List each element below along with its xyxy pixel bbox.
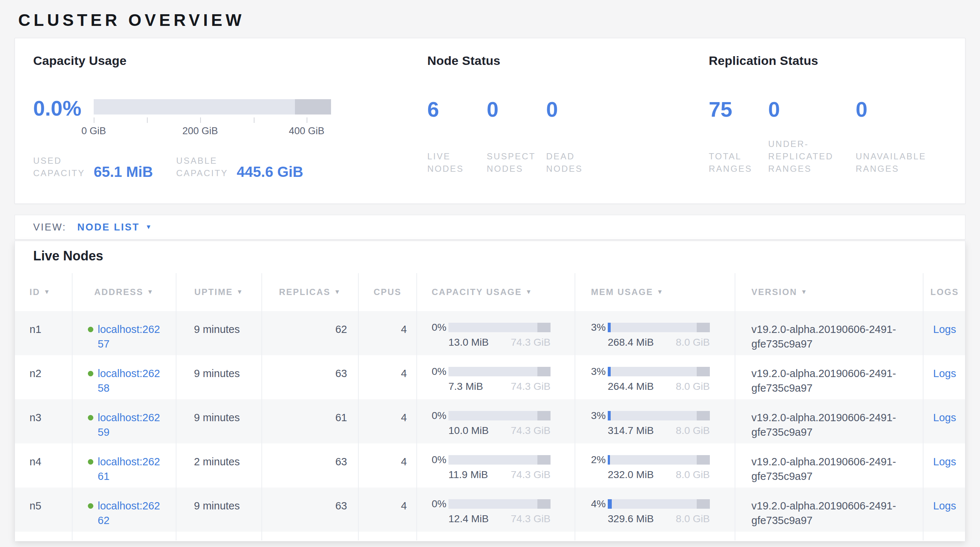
node-address-link[interactable]: localhost:26262 (98, 498, 162, 532)
logs-link[interactable]: Logs (933, 367, 956, 379)
tick-mark (147, 118, 148, 123)
mem-bar-fill (608, 411, 611, 420)
node-mem-cell: 3% 268.4 MiB 8.0 GiB (575, 311, 735, 355)
node-cpus: 4 (401, 500, 407, 512)
logs-link[interactable]: Logs (933, 323, 956, 335)
sort-descending-icon: ▼ (237, 288, 243, 296)
node-replicas-cell: 61 (262, 399, 359, 444)
mem-bar-reserved-segment (697, 411, 710, 420)
node-live-status-dot (88, 503, 93, 509)
node-uptime: 9 minutes (194, 500, 240, 512)
capacity-bar-track (449, 499, 550, 509)
node-id: n2 (30, 367, 41, 379)
node-replicas: 61 (336, 412, 347, 423)
suspect-nodes-count: 0 (487, 99, 546, 120)
column-header-uptime[interactable]: UPTIME ▼ (177, 273, 262, 311)
node-live-status-dot (88, 415, 93, 420)
live-nodes-label: LIVE NODES (427, 150, 487, 175)
node-address-link[interactable]: localhost:26258 (98, 366, 162, 399)
mem-bar-track (608, 367, 710, 376)
table-row: n2 localhost:26258 9 minutes 63 4 0% (15, 355, 965, 399)
node-status-section: Node Status 6 LIVE NODES 0 SUSPECT NODES… (427, 54, 709, 204)
capacity-axis-ticks (94, 118, 331, 123)
view-selector-dropdown[interactable]: NODE LIST ▼ (77, 222, 152, 233)
total-ranges-stat: 75 TOTAL RANGES (709, 99, 768, 175)
column-header-id[interactable]: ID ▼ (15, 273, 73, 311)
column-header-address[interactable]: ADDRESS ▼ (73, 273, 177, 311)
live-nodes-stat: 6 LIVE NODES (427, 99, 487, 175)
capacity-percent: 0% (432, 410, 449, 437)
column-header-label: LOGS (931, 287, 959, 297)
node-capacity-cell: 0% 13.0 MiB 74.3 GiB (417, 311, 575, 355)
node-cpus-cell: 4 (359, 311, 417, 355)
sort-descending-icon: ▼ (657, 288, 664, 296)
node-id: n4 (30, 456, 41, 467)
usable-capacity-stat: USABLE CAPACITY 445.6 GiB (176, 154, 303, 180)
tick-mark (200, 118, 201, 123)
usable-capacity-value: 445.6 GiB (237, 164, 303, 180)
table-row: n3 localhost:26259 9 minutes 61 4 0% (15, 399, 965, 444)
node-address-link[interactable]: localhost:26259 (98, 410, 162, 444)
node-address-link[interactable]: localhost:26257 (98, 322, 162, 355)
capacity-total-value: 74.3 GiB (511, 469, 550, 481)
mem-bar-fill (608, 455, 610, 464)
tick-mark (94, 118, 94, 123)
capacity-bar-track (94, 99, 331, 114)
node-uptime-cell: 9 minutes (177, 399, 262, 444)
node-version-cell: v19.2.0-alpha.20190606-2491-gfe735c9a97 (735, 311, 923, 355)
sort-descending-icon: ▼ (525, 288, 532, 296)
page: CLUSTER OVERVIEW Capacity Usage 0.0% (0, 10, 980, 541)
capacity-stats: USED CAPACITY 65.1 MiB USABLE CAPACITY 4… (33, 154, 427, 180)
node-replicas-cell: 62 (262, 311, 359, 355)
mem-total-value: 8.0 GiB (676, 381, 710, 393)
suspect-nodes-label: SUSPECT NODES (487, 150, 546, 175)
used-capacity-value: 65.1 MiB (94, 164, 153, 180)
capacity-bar-track (449, 367, 550, 376)
capacity-used-value: 13.0 MiB (449, 337, 489, 348)
page-title: CLUSTER OVERVIEW (18, 10, 966, 30)
logs-link[interactable]: Logs (933, 456, 956, 467)
node-id: n1 (30, 323, 41, 335)
under-replicated-stat: 0 UNDER-REPLICATED RANGES (768, 99, 856, 175)
node-logs-cell: Logs (923, 444, 966, 488)
mem-percent: 2% (591, 454, 608, 481)
logs-link[interactable]: Logs (933, 500, 956, 512)
dead-nodes-stat: 0 DEAD NODES (546, 99, 606, 175)
capacity-used-value: 12.4 MiB (449, 513, 489, 525)
node-cpus-cell: 4 (359, 488, 417, 532)
logs-link[interactable]: Logs (933, 412, 956, 423)
mem-bar-track (608, 323, 710, 332)
column-header-label: CAPACITY USAGE (432, 287, 522, 297)
node-replicas-cell: 63 (262, 355, 359, 399)
mem-bar-track (608, 455, 710, 464)
node-cpus-cell: 4 (359, 399, 417, 444)
node-replicas-cell: 63 (262, 488, 359, 532)
replication-stats: 75 TOTAL RANGES 0 UNDER-REPLICATED RANGE… (709, 99, 947, 175)
node-logs-cell: Logs (923, 355, 966, 399)
table-row-clipped (15, 532, 965, 541)
node-id-cell: n2 (15, 355, 73, 399)
tick-mark (254, 118, 255, 123)
usable-capacity-label: USABLE CAPACITY (176, 154, 237, 180)
capacity-bar-reserved-segment (538, 367, 550, 376)
node-uptime-cell: 9 minutes (177, 488, 262, 532)
replication-status-title: Replication Status (709, 54, 947, 68)
capacity-bar-reserved-segment (538, 455, 550, 464)
node-address-link[interactable]: localhost:26261 (98, 454, 162, 488)
node-version: v19.2.0-alpha.20190606-2491-gfe735c9a97 (751, 322, 912, 351)
axis-tick-label: 0 GiB (81, 126, 106, 137)
node-replicas: 63 (336, 500, 347, 512)
column-header-mem-usage[interactable]: MEM USAGE ▼ (575, 273, 735, 311)
node-mem-cell: 4% 329.6 MiB 8.0 GiB (575, 488, 735, 532)
column-header-replicas[interactable]: REPLICAS ▼ (262, 273, 359, 311)
capacity-total-value: 74.3 GiB (511, 337, 550, 348)
column-header-label: REPLICAS (279, 287, 330, 297)
node-replicas: 62 (336, 323, 347, 335)
mem-total-value: 8.0 GiB (676, 513, 710, 525)
column-header-capacity-usage[interactable]: CAPACITY USAGE ▼ (417, 273, 575, 311)
capacity-usage-chart: 0.0% 0 GiB 200 GiB (33, 98, 427, 138)
live-nodes-count: 6 (427, 99, 487, 120)
column-header-version[interactable]: VERSION ▼ (735, 273, 923, 311)
node-cpus: 4 (401, 412, 407, 423)
node-mem-cell: 2% 232.0 MiB 8.0 GiB (575, 444, 735, 488)
